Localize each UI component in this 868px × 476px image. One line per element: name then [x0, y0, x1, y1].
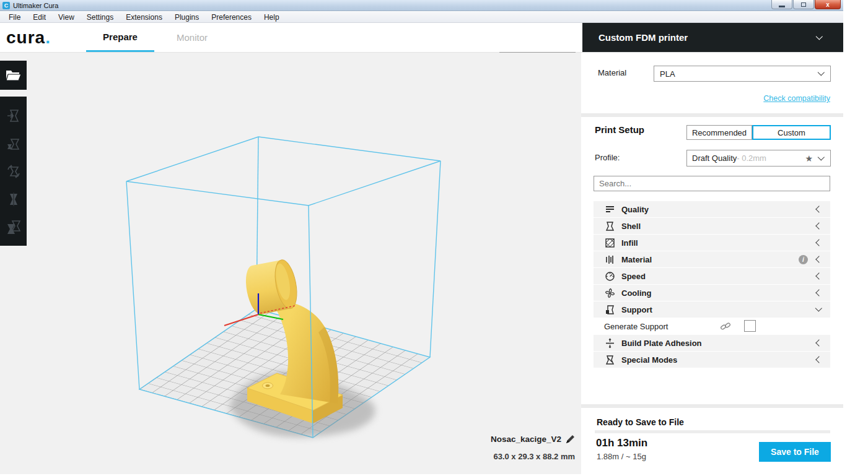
quality-icon	[605, 204, 615, 215]
menu-settings[interactable]: Settings	[81, 13, 120, 22]
printer-name: Custom FDM printer	[598, 32, 688, 43]
job-status: Ready to Save to File	[597, 417, 684, 427]
speed-icon	[605, 271, 615, 282]
chevron-left-icon	[815, 239, 822, 246]
category-infill[interactable]: Infill	[594, 235, 830, 251]
application-window: C Ultimaker Cura x File Edit View Settin…	[0, 0, 868, 476]
chevron-down-icon	[815, 305, 822, 311]
category-cooling[interactable]: Cooling	[594, 285, 830, 301]
menu-help[interactable]: Help	[258, 13, 286, 22]
app-icon: C	[2, 2, 10, 9]
settings-panel: Material PLA Check compatibility Print S…	[581, 53, 843, 476]
chevron-left-icon	[815, 339, 822, 346]
section-divider	[581, 113, 843, 117]
model-name: Nosac_kacige_V2	[491, 435, 561, 444]
chevron-down-icon	[818, 69, 825, 76]
chevron-down-icon	[818, 154, 825, 160]
chevron-left-icon	[815, 356, 822, 363]
category-support[interactable]: Support	[594, 301, 830, 318]
close-icon: x	[826, 1, 830, 8]
menu-file[interactable]: File	[2, 13, 27, 22]
model-name-row: Nosac_kacige_V2	[491, 435, 575, 444]
support-icon	[605, 305, 615, 315]
generate-support-checkbox[interactable]	[744, 320, 756, 332]
chevron-left-icon	[815, 206, 822, 212]
custom-mode-button[interactable]: Custom	[752, 125, 831, 140]
progress-bar	[595, 430, 830, 433]
check-compatibility-link[interactable]: Check compatibility	[763, 94, 830, 103]
setting-categories: Quality Shell Infill	[594, 201, 830, 368]
print-setup-title: Print Setup	[595, 124, 644, 135]
window-title: Ultimaker Cura	[13, 2, 58, 9]
material-icon	[605, 254, 615, 265]
chevron-down-icon	[816, 33, 823, 40]
adhesion-icon	[605, 338, 615, 348]
minimize-button[interactable]	[771, 0, 792, 9]
material-usage-estimate: 1.88m / ~ 15g	[597, 452, 646, 461]
category-special-modes[interactable]: Special Modes	[594, 352, 830, 368]
cura-logo: cura.	[6, 28, 51, 48]
info-icon[interactable]: i	[799, 255, 808, 264]
profile-dropdown[interactable]: Draft Quality - 0.2mm ★	[686, 150, 831, 167]
section-divider	[581, 404, 843, 408]
per-model-settings-icon[interactable]	[6, 219, 22, 235]
model-dimensions: 63.0 x 29.3 x 88.2 mm	[493, 452, 575, 461]
profile-label: Profile:	[595, 153, 620, 162]
material-label: Material	[598, 68, 626, 77]
close-button[interactable]: x	[815, 0, 841, 9]
cooling-icon	[605, 288, 615, 298]
title-bar: C Ultimaker Cura x	[0, 0, 843, 11]
viewport-3d[interactable]: Nosac_kacige_V2 63.0 x 29.3 x 88.2 mm	[0, 53, 581, 474]
setting-generate-support[interactable]: Generate Support	[594, 318, 830, 334]
menu-plugins[interactable]: Plugins	[169, 13, 205, 22]
menu-bar: File Edit View Settings Extensions Plugi…	[0, 12, 843, 23]
edit-pencil-icon[interactable]	[566, 435, 575, 444]
tab-prepare[interactable]: Prepare	[86, 23, 154, 52]
material-dropdown[interactable]: PLA	[654, 66, 831, 82]
restore-button[interactable]	[793, 0, 814, 9]
viewport-3d-scene	[0, 53, 581, 474]
chevron-left-icon	[815, 272, 822, 279]
category-shell[interactable]: Shell	[594, 218, 830, 234]
menu-edit[interactable]: Edit	[27, 13, 52, 22]
rotate-tool-icon[interactable]	[6, 163, 22, 180]
move-tool-icon[interactable]	[6, 108, 22, 124]
open-file-button[interactable]	[0, 61, 27, 90]
infill-icon	[605, 238, 615, 248]
model-tool-panel	[0, 97, 27, 246]
recommended-mode-button[interactable]: Recommended	[686, 125, 752, 140]
search-input[interactable]	[594, 176, 830, 191]
menu-extensions[interactable]: Extensions	[120, 13, 169, 22]
mirror-tool-icon[interactable]	[6, 191, 22, 207]
minimize-icon	[779, 6, 785, 7]
menu-preferences[interactable]: Preferences	[205, 13, 258, 22]
tab-monitor[interactable]: Monitor	[166, 23, 218, 52]
category-build-plate-adhesion[interactable]: Build Plate Adhesion	[594, 335, 830, 351]
category-speed[interactable]: Speed	[594, 268, 830, 284]
menu-view[interactable]: View	[52, 13, 81, 22]
chevron-left-icon	[815, 289, 822, 296]
scale-tool-icon[interactable]	[6, 136, 22, 152]
star-icon: ★	[805, 154, 813, 163]
chevron-left-icon	[815, 256, 822, 262]
save-to-file-button[interactable]: Save to File	[759, 442, 831, 462]
shell-icon	[605, 221, 615, 232]
category-material[interactable]: Material i	[594, 251, 830, 267]
link-icon	[720, 321, 731, 332]
open-folder-icon	[6, 69, 22, 82]
category-quality[interactable]: Quality	[594, 201, 830, 217]
special-modes-icon	[605, 355, 615, 365]
restore-icon	[801, 2, 806, 7]
chevron-left-icon	[815, 222, 822, 229]
printer-selector[interactable]: Custom FDM printer	[582, 23, 843, 52]
print-time-estimate: 01h 13min	[596, 437, 647, 449]
